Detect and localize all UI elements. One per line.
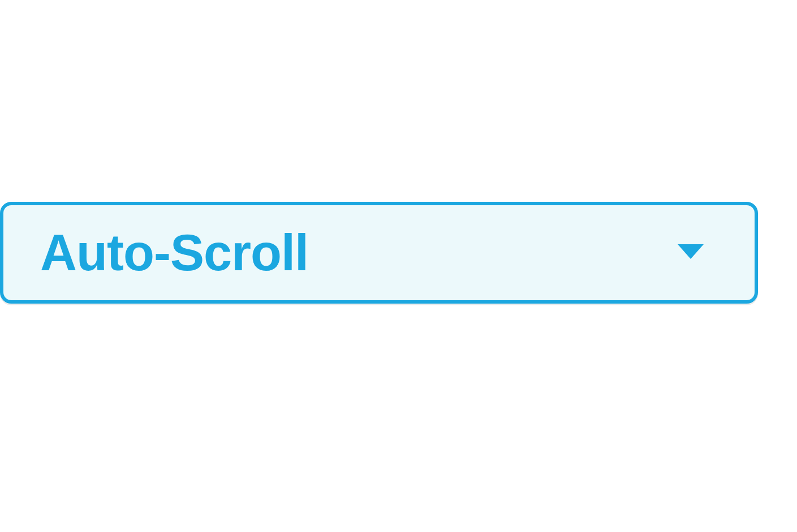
auto-scroll-dropdown[interactable]: Auto-Scroll (0, 202, 758, 304)
caret-down-icon (678, 244, 704, 261)
auto-scroll-dropdown-label: Auto-Scroll (40, 224, 308, 282)
